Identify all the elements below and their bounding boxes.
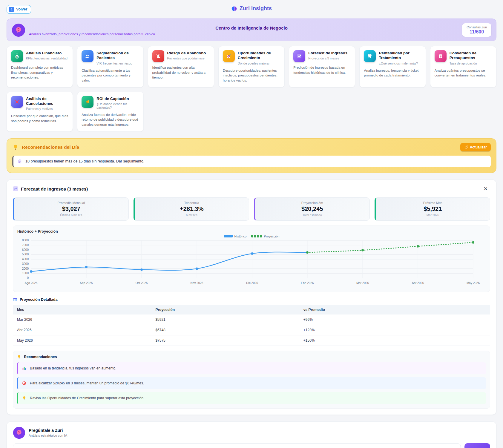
quota-value: 11/600	[467, 29, 487, 35]
daily-items: 10 presupuestos tienen más de 15 días si…	[12, 156, 491, 167]
kpi-value: $20,245	[258, 205, 366, 212]
table-icon	[13, 297, 17, 302]
feature-card[interactable]: Rentabilidad por Tratamiento ¿Qué servic…	[359, 46, 426, 88]
page: Volver Zuri Insights Centro de Inteligen…	[0, 0, 503, 448]
feature-card[interactable]: Segmentación de Pacientes VIP, frecuente…	[77, 46, 143, 88]
x-mark-icon	[11, 96, 23, 108]
chart-up-icon	[293, 50, 305, 62]
note-icon	[18, 159, 22, 164]
feature-card[interactable]: $ Análisis Financiero KPIs, tendencias, …	[7, 46, 73, 88]
kpi-card: Promedio Mensual $3,027 Últimos 6 meses	[13, 197, 129, 221]
daily-header: Recomendaciones del Día Actualizar	[12, 143, 491, 151]
daily-title: Recomendaciones del Día	[22, 145, 457, 150]
ask-zuri-header: Pregúntale a Zuri Análisis estratégico c…	[13, 426, 490, 439]
ask-zuri-subtitle: Análisis estratégico con IA	[29, 434, 67, 437]
chart-legend: Histórico Proyección	[17, 234, 486, 238]
feature-card[interactable]: ROI de Captación ¿De dónde vienen tus pa…	[77, 92, 143, 132]
recommendation-item: Revisa las Oportunidades de Crecimiento …	[17, 392, 486, 404]
table-cell: +150%	[299, 335, 490, 346]
svg-text:Abr 2026: Abr 2026	[412, 281, 424, 285]
feature-card-subtitle: Tasa de aprobación	[450, 62, 492, 65]
quota-label: Consultas Zuri	[467, 25, 487, 29]
projection-table-section: Proyección Detallada MesProyecciónvs Pro…	[13, 297, 490, 346]
question-input[interactable]	[13, 443, 461, 448]
kpi-value: $5,921	[379, 205, 487, 212]
recommendation-item: Basado en la tendencia, tus ingresos van…	[17, 362, 486, 374]
zuri-logo-icon	[231, 6, 237, 12]
feature-card-description: Analiza ingresos, frecuencia y ticket pr…	[364, 68, 421, 78]
svg-text:1000: 1000	[22, 271, 29, 275]
quota-box: Consultas Zuri 11/600	[462, 23, 491, 37]
kpi-label: Próximo Mes	[379, 201, 487, 205]
feature-card-title: Conversión de Presupuestos	[450, 50, 492, 61]
recommendation-items: Basado en la tendencia, tus ingresos van…	[17, 362, 486, 404]
feature-card-header: Análisis de Cancelaciones Patrones y mot…	[11, 96, 68, 111]
forecast-title: Forecast de Ingresos (3 meses)	[21, 186, 479, 191]
feature-card-title: Rentabilidad por Tratamiento	[379, 50, 421, 61]
daily-recommendation-item: 10 presupuestos tienen más de 15 días si…	[12, 156, 491, 167]
kpi-sublabel: Últimos 6 meses	[17, 214, 125, 217]
feature-card[interactable]: Riesgo de Abandono Pacientes que podrían…	[148, 46, 214, 88]
brain-avatar-icon	[13, 426, 25, 439]
forecast-chart-icon	[13, 186, 18, 191]
table-cell: +123%	[299, 325, 490, 335]
kpi-value: $3,027	[17, 205, 125, 212]
send-button[interactable]: Enviar	[464, 443, 490, 448]
table-cell: May 2026	[13, 335, 151, 346]
refresh-button-label: Actualizar	[470, 145, 487, 149]
legend-proyeccion: Proyección	[251, 234, 279, 238]
daily-recommendation-text: 10 presupuestos tienen más de 15 días si…	[25, 159, 144, 163]
kpi-card: Proyección 3m $20,245 Total estimado	[254, 197, 370, 221]
feature-card-description: Identifica pacientes con alta probabilid…	[152, 65, 210, 80]
feature-card-title: Forecast de Ingresos	[308, 50, 347, 56]
target-small-icon	[22, 381, 27, 386]
table-column-header: Mes	[13, 305, 151, 314]
feature-card[interactable]: Análisis de Cancelaciones Patrones y mot…	[7, 92, 73, 132]
clipboard-icon	[435, 50, 447, 62]
kpi-sublabel: Total estimado	[258, 214, 366, 217]
svg-text:Dic 2025: Dic 2025	[246, 281, 258, 285]
siren-icon	[152, 50, 164, 62]
table-cell: +96%	[299, 314, 490, 325]
kpi-card: Próximo Mes $5,921 Mar 2026	[375, 197, 490, 221]
ask-zuri-title: Pregúntale a Zuri	[29, 428, 67, 433]
table-row: May 2026$7575+150%	[13, 335, 490, 346]
table-row: Mar 2026$5921+96%	[13, 314, 490, 325]
svg-text:6000: 6000	[22, 248, 29, 251]
daily-recommendations: Recomendaciones del Día Actualizar 10 pr…	[7, 138, 496, 173]
kpi-sublabel: Mar 2026	[379, 214, 487, 217]
refresh-button[interactable]: Actualizar	[460, 143, 491, 151]
kpi-value: +281.3%	[138, 205, 246, 212]
table-row: Abr 2026$6748+123%	[13, 325, 490, 335]
feature-card-header: Conversión de Presupuestos Tasa de aprob…	[435, 50, 492, 65]
legend-swatch-proyeccion	[251, 235, 262, 237]
feature-card[interactable]: Conversión de Presupuestos Tasa de aprob…	[430, 46, 496, 88]
feature-card[interactable]: Oportunidades de Crecimiento Dónde puede…	[218, 46, 285, 88]
svg-text:3000: 3000	[22, 262, 29, 266]
kpi-label: Tendencia	[138, 201, 246, 205]
table-cell: Abr 2026	[13, 325, 151, 335]
back-button[interactable]: Volver	[7, 5, 31, 14]
svg-text:May 2026: May 2026	[467, 281, 480, 285]
close-icon[interactable]: ✕	[481, 185, 490, 193]
legend-historico: Histórico	[224, 234, 247, 238]
recommendation-text: Revisa las Oportunidades de Crecimiento …	[30, 396, 145, 400]
kpi-sublabel: 6 meses	[138, 214, 246, 217]
lightbulb-icon	[17, 355, 22, 359]
svg-text:0: 0	[27, 276, 29, 280]
table-cell: $7575	[151, 335, 299, 346]
recommendations-header: Recomendaciones	[17, 355, 486, 359]
feature-card-title: Análisis Financiero	[26, 50, 68, 56]
feature-card-subtitle: Patrones y motivos	[26, 107, 68, 111]
feature-card-subtitle: ¿De dónde vienen tus pacientes?	[96, 102, 139, 109]
feature-card-subtitle: VIP, frecuentes, en riesgo	[96, 62, 139, 65]
feature-card-header: Riesgo de Abandono Pacientes que podrían…	[152, 50, 210, 62]
feature-card-title: Análisis de Cancelaciones	[26, 96, 68, 106]
projection-table: MesProyecciónvs Promedio Mar 2026$5921+9…	[13, 305, 490, 346]
svg-text:Sep 2025: Sep 2025	[80, 281, 93, 285]
feature-card[interactable]: Forecast de Ingresos Proyección a 3 mese…	[289, 46, 355, 88]
feature-card-subtitle: Dónde puedes mejorar	[238, 62, 280, 65]
top-bar: Volver Zuri Insights	[7, 4, 496, 15]
feature-card-header: Segmentación de Pacientes VIP, frecuente…	[82, 50, 139, 65]
table-header: Proyección Detallada	[13, 297, 490, 302]
